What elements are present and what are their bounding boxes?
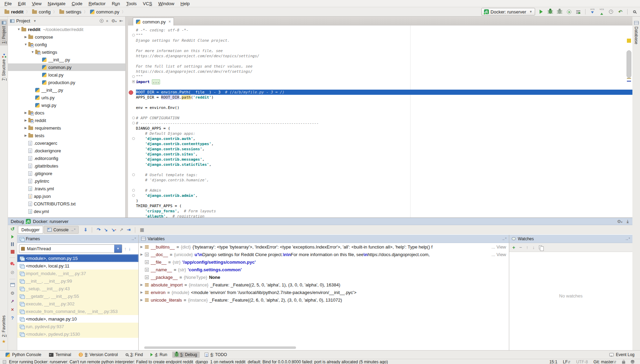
frame-row[interactable]: <module>, manage.py:10 [17, 315, 138, 323]
chevron-expanded-icon[interactable]: ▼ [30, 50, 35, 54]
auto-scroll-icon[interactable]: →˟ [131, 237, 136, 241]
restore-layout-button[interactable] [10, 283, 15, 287]
variable-row[interactable]: a__name__={str}'config.settings.common' [139, 266, 509, 273]
variable-row[interactable]: ▶a__doc__={unicode}u'\nDjango settings f… [139, 251, 509, 258]
add-watch-button[interactable]: + [512, 245, 515, 250]
tool-window-button-9-version-control[interactable]: 9: Version Control [76, 352, 120, 358]
tree-item--travis-yml[interactable]: .travis.yml [8, 185, 125, 192]
debug-gear-icon[interactable]: ⚙ [10, 291, 14, 296]
run-configuration-select[interactable]: dj Docker: runserver ▼ [481, 8, 535, 16]
chevron-collapsed-icon[interactable]: ▶ [140, 298, 145, 302]
step-into-button[interactable]: ↘ [104, 227, 108, 232]
fold-marker-icon[interactable] [132, 173, 135, 176]
auto-scroll-icon[interactable]: →˟ [501, 237, 506, 241]
chevron-collapsed-icon[interactable]: ▶ [140, 291, 145, 294]
variable-row[interactable]: ▶environ={module}<module 'environ' from … [139, 289, 509, 296]
next-frame-button[interactable]: ↓ [129, 246, 131, 251]
tree-item-local-py[interactable]: local.py [8, 71, 125, 79]
fold-marker-icon[interactable] [132, 137, 135, 140]
view-link[interactable]: ... View [491, 252, 509, 257]
caret-position[interactable]: 15:1 [549, 360, 557, 364]
run-button[interactable] [538, 8, 544, 15]
previous-frame-button[interactable]: ↑ [124, 246, 127, 251]
line-separator-widget[interactable]: LF⇵ [563, 360, 571, 364]
code-area[interactable]: + # -*- coding: utf-8 -*-"""Django setti… [128, 26, 632, 218]
view-breakpoints-button[interactable] [10, 262, 15, 266]
breadcrumb-item-common.py[interactable]: common.py [89, 9, 120, 15]
fold-marker-icon[interactable]: + [132, 80, 135, 83]
variable-row[interactable]: ▶__builtins__={dict}{'bytearray': <type … [139, 243, 509, 251]
tool-window-button-python-console[interactable]: Python Console [3, 352, 44, 358]
force-step-into-button[interactable]: ↘* [111, 227, 116, 232]
menu-item-edit[interactable]: Edit [15, 1, 29, 7]
menu-item-view[interactable]: View [29, 1, 45, 7]
frame-row[interactable]: <module>, common.py:15 [17, 254, 138, 262]
tree-item-wsgi-py[interactable]: wsgi.py [8, 101, 125, 109]
menu-item-run[interactable]: Run [109, 1, 123, 7]
gear-icon[interactable]: ⚙▾ [111, 18, 117, 23]
chevron-collapsed-icon[interactable]: ▶ [23, 35, 28, 39]
tree-item--init-py[interactable]: __init__.py [8, 86, 125, 94]
tree-item-production-py[interactable]: production.py [8, 79, 125, 86]
tree-item-requirements[interactable]: ▶requirements [8, 124, 125, 132]
editor-gutter[interactable]: + [128, 28, 136, 218]
pin-tab-button[interactable] [10, 300, 14, 304]
tree-item-reddit[interactable]: ▼reddit~/cookiecutter/reddit [8, 26, 125, 33]
variable-row[interactable]: ▶absolute_import={instance}_Feature: _Fe… [139, 281, 509, 289]
rerun-button[interactable]: ↺ [10, 227, 14, 231]
tree-item-common-py[interactable]: common.py [8, 63, 125, 71]
step-out-button[interactable]: ↗ [120, 227, 124, 232]
update-project-button[interactable]: VCS [589, 8, 596, 15]
menu-item-help[interactable]: Help [177, 1, 193, 7]
tree-item-tests[interactable]: ▶tests [8, 132, 125, 139]
chevron-collapsed-icon[interactable]: ▶ [23, 134, 28, 137]
remove-watch-button[interactable]: − [519, 245, 522, 250]
inspections-hector-icon[interactable] [631, 360, 634, 364]
rollback-button[interactable]: ↶ [617, 8, 624, 15]
fold-marker-icon[interactable] [132, 194, 135, 197]
chevron-expanded-icon[interactable]: ▼ [23, 43, 28, 46]
stripe-tab-favorites[interactable]: 2: Favorites★ [0, 314, 8, 346]
git-branch-widget[interactable]: Git: master⇵ [593, 360, 617, 364]
tree-item--coveragerc[interactable]: .coveragerc [8, 139, 125, 147]
fold-marker-icon[interactable] [132, 117, 135, 119]
chevron-expanded-icon[interactable]: ▼ [16, 28, 21, 31]
tree-item-docs[interactable]: ▶docs [8, 109, 125, 117]
status-message[interactable]: Error running Docker: runserver: Can't r… [9, 360, 388, 364]
menu-item-navigate[interactable]: Navigate [45, 1, 68, 7]
move-watch-down-button[interactable]: ↓ [532, 245, 535, 250]
view-link[interactable]: ... View [491, 244, 509, 250]
debug-button[interactable] [547, 8, 554, 15]
tool-window-button-5-debug[interactable]: 5: Debug [172, 352, 200, 358]
show-execution-point-button[interactable]: ⇓ [83, 227, 87, 232]
encoding-widget[interactable]: UTF-8 [576, 360, 588, 364]
tree-item-urls-py[interactable]: urls.py [8, 94, 125, 101]
fold-marker-icon[interactable] [132, 122, 135, 124]
tool-window-button-3-find[interactable]: 3: Find [123, 352, 146, 358]
evaluate-expression-button[interactable]: ▦ [140, 227, 144, 232]
tab-console[interactable]: Console →˟ [44, 226, 79, 234]
help-button[interactable]: ? [11, 315, 14, 321]
hide-debug-panel-icon[interactable]: ⇥ [625, 220, 630, 223]
debug-settings-gear-icon[interactable]: ⚙▾ [617, 219, 622, 224]
menu-item-vcs[interactable]: VCS [140, 1, 155, 7]
run-with-coverage-button[interactable] [556, 8, 563, 15]
menu-item-refactor[interactable]: Refactor [86, 1, 109, 7]
chevron-collapsed-icon[interactable]: ▶ [140, 283, 145, 286]
stripe-tab-database[interactable]: Database [632, 19, 640, 46]
frame-row[interactable]: run, pydevd.py:937 [17, 323, 138, 330]
copy-watch-icon[interactable] [539, 245, 542, 249]
tree-item-contributors-txt[interactable]: CONTRIBUTORS.txt [8, 200, 125, 208]
thread-select[interactable]: MainThread ▼ [19, 244, 122, 253]
run-to-cursor-button[interactable]: ⇥ [127, 227, 130, 232]
tree-item-config[interactable]: ▼config [8, 41, 125, 48]
search-everywhere-button[interactable] [631, 8, 638, 15]
chevron-down-icon[interactable]: ▼ [33, 19, 36, 23]
chevron-collapsed-icon[interactable]: ▶ [140, 245, 145, 249]
mute-breakpoints-button[interactable]: ⊘ [10, 270, 14, 275]
fold-marker-icon[interactable] [132, 75, 135, 78]
tree-item-reddit[interactable]: ▶reddit [8, 117, 125, 124]
breadcrumb-item-config[interactable]: config [31, 9, 52, 15]
tree-item--init-py[interactable]: __init__.py [8, 56, 125, 63]
lock-icon[interactable] [622, 361, 625, 364]
